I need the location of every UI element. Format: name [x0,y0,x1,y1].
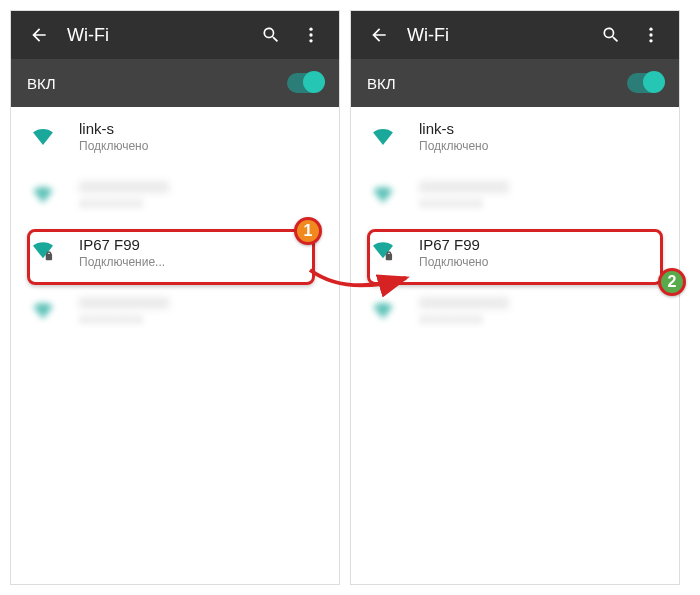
network-status: Подключено [79,139,323,153]
wifi-toggle-row[interactable]: ВКЛ [11,59,339,107]
wifi-network-item-highlighted[interactable]: IP67 F99 Подключено [351,223,679,281]
page-title: Wi-Fi [399,25,591,46]
wifi-toggle-row[interactable]: ВКЛ [351,59,679,107]
wifi-network-item[interactable]: XXXXXXXXX XXXXXXXX [351,281,679,339]
svg-point-0 [309,28,312,31]
annotation-callout-2: 2 [658,268,686,296]
wifi-signal-icon [367,301,399,319]
network-status: XXXXXXXX [79,197,323,211]
wifi-signal-icon [27,185,59,203]
annotation-callout-1: 1 [294,217,322,245]
svg-rect-4 [47,252,51,256]
back-icon[interactable] [19,15,59,55]
svg-point-1 [309,33,312,36]
network-name: IP67 F99 [79,236,323,253]
wifi-network-item[interactable]: XXXXXXXXX XXXXXXXX [11,165,339,223]
network-status: Подключение... [79,255,323,269]
svg-point-2 [309,39,312,42]
svg-point-7 [649,39,652,42]
wifi-network-item[interactable]: XXXXXXXXX XXXXXXXX [11,281,339,339]
toolbar: Wi-Fi [11,11,339,59]
network-name: XXXXXXXXX [419,294,663,311]
wifi-network-item[interactable]: link-s Подключено [11,107,339,165]
wifi-network-list: link-s Подключено XXXXXXXXX XXXXXXXX I [351,107,679,584]
wifi-network-item[interactable]: link-s Подключено [351,107,679,165]
network-name: link-s [419,120,663,137]
network-name: XXXXXXXXX [419,178,663,195]
network-status: XXXXXXXX [419,197,663,211]
wifi-network-item[interactable]: XXXXXXXXX XXXXXXXX [351,165,679,223]
network-status: XXXXXXXX [79,313,323,327]
svg-point-5 [649,28,652,31]
network-status: XXXXXXXX [419,313,663,327]
back-icon[interactable] [359,15,399,55]
wifi-switch[interactable] [627,73,663,93]
wifi-network-list: link-s Подключено XXXXXXXXX XXXXXXXX I [11,107,339,584]
wifi-signal-icon [367,185,399,203]
svg-point-6 [649,33,652,36]
wifi-signal-icon [27,127,59,145]
network-status: Подключено [419,139,663,153]
network-name: IP67 F99 [419,236,663,253]
search-icon[interactable] [251,15,291,55]
toggle-label: ВКЛ [367,75,396,92]
wifi-signal-icon [27,301,59,319]
phone-screen-right: Wi-Fi ВКЛ link-s Подключено [350,10,680,585]
wifi-network-item-highlighted[interactable]: IP67 F99 Подключение... [11,223,339,281]
network-name: link-s [79,120,323,137]
overflow-menu-icon[interactable] [291,15,331,55]
network-name: XXXXXXXXX [79,178,323,195]
wifi-signal-icon [367,127,399,145]
network-name: XXXXXXXXX [79,294,323,311]
overflow-menu-icon[interactable] [631,15,671,55]
wifi-signal-lock-icon [27,242,59,262]
toolbar: Wi-Fi [351,11,679,59]
phone-screen-left: Wi-Fi ВКЛ link-s Подключено [10,10,340,585]
search-icon[interactable] [591,15,631,55]
svg-rect-9 [387,252,391,256]
wifi-switch[interactable] [287,73,323,93]
toggle-label: ВКЛ [27,75,56,92]
page-title: Wi-Fi [59,25,251,46]
wifi-signal-lock-icon [367,242,399,262]
network-status: Подключено [419,255,663,269]
